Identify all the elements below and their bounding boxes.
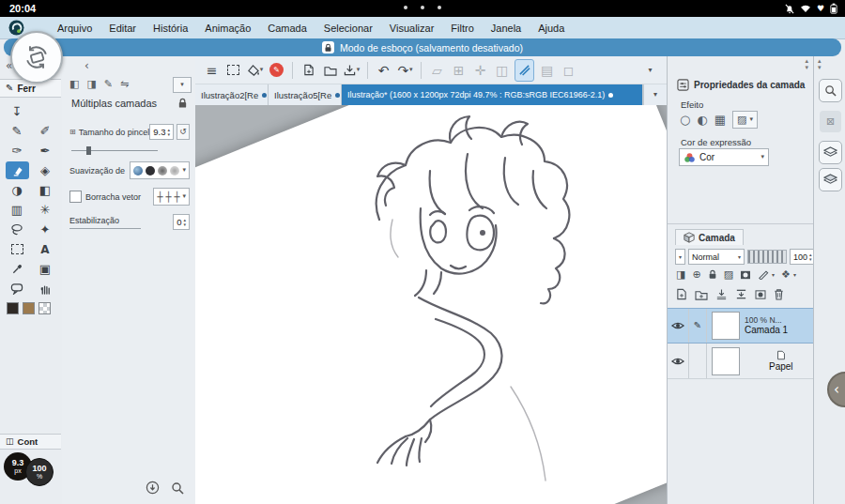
layer-settings-icon[interactable]: ❖	[781, 269, 791, 280]
menu-arquivo[interactable]: Arquivo	[49, 23, 100, 34]
main-color-swatch[interactable]	[7, 302, 19, 314]
layer-thumbnail[interactable]	[712, 347, 740, 375]
smoothing-dropdown[interactable]: ▾	[130, 161, 190, 179]
redo-button[interactable]: ↷ ▾	[396, 60, 414, 81]
delete-layer-icon[interactable]	[774, 288, 784, 300]
tool-selection[interactable]	[6, 240, 29, 258]
strip-scroll-chevrons[interactable]: ▴ ▾	[818, 58, 822, 71]
panel-view-icon[interactable]: ◧	[69, 79, 79, 89]
sub-color-swatch[interactable]	[23, 302, 35, 314]
tool-operation[interactable]: ↧	[6, 102, 29, 120]
tool-decoration[interactable]: ✳	[34, 201, 57, 219]
new-layer-icon[interactable]	[676, 288, 687, 300]
tool-frame[interactable]: ▣	[34, 260, 57, 278]
brush-size-stepper[interactable]: 9.3 ▴▾	[149, 124, 174, 140]
tool-text[interactable]: A	[34, 240, 57, 258]
document-tab-active[interactable]: Ilustração* (1600 x 1200px 72dpi 49.7% :…	[342, 84, 643, 105]
layer-visibility-toggle[interactable]	[668, 344, 689, 378]
vector-eraser-mode-dropdown[interactable]: ┼ ┼ ┼ ▾	[153, 188, 190, 206]
tool-pencil[interactable]: ✎	[6, 122, 29, 140]
clip-to-layer-icon[interactable]: ◨	[676, 269, 685, 280]
panel-scroll-chevrons[interactable]: ▴ ▾	[805, 58, 808, 71]
stabilization-stepper[interactable]: 0 ▴▾	[173, 214, 190, 230]
command-bar-menu-button[interactable]: ▾	[641, 60, 659, 81]
layer-visibility-toggle[interactable]	[668, 309, 689, 343]
border-effect-icon[interactable]: ○	[680, 114, 690, 126]
main-menu-button[interactable]: ≡	[203, 60, 221, 81]
tool-gradient[interactable]: ▥	[6, 201, 29, 219]
tool-eraser-selected[interactable]	[6, 161, 29, 179]
lock-layer-icon[interactable]	[708, 269, 717, 280]
collapse-property-panel-button[interactable]: ‹	[84, 60, 89, 71]
tool-marker[interactable]: ✒	[34, 142, 57, 160]
lock-alpha-icon[interactable]: ▨	[724, 269, 733, 280]
canvas-viewport[interactable]	[195, 105, 667, 504]
menu-janela[interactable]: Janela	[483, 23, 530, 34]
draw-on-layer-icon[interactable]: ⊕	[692, 269, 700, 280]
apply-mask-icon[interactable]	[755, 290, 766, 299]
tool-pen[interactable]: ✑	[6, 142, 29, 160]
layer-property-palette-button[interactable]	[819, 168, 842, 191]
panel-view-alt-icon[interactable]: ◨	[86, 79, 96, 89]
tool-airbrush[interactable]: ✐	[34, 122, 57, 140]
tab-list-button[interactable]: ▾	[643, 84, 667, 105]
rotate-canvas-button[interactable]	[10, 31, 63, 84]
layer-row-papel[interactable]: Papel	[668, 344, 814, 379]
tool-fill[interactable]: ◧	[34, 181, 57, 199]
fill-command-button[interactable]: ▾	[246, 60, 264, 81]
layer-row-camada1[interactable]: ✎ 100 % N... Camada 1	[668, 308, 814, 344]
tool-eyedropper[interactable]	[6, 260, 29, 278]
blend-mode-dropdown[interactable]: Normal ▾	[688, 249, 745, 265]
layer-opacity-stepper[interactable]: 100 ▴▾	[790, 249, 816, 265]
reset-value-button[interactable]: ↺	[177, 124, 190, 140]
slider-handle[interactable]	[86, 146, 91, 155]
property-panel-menu-button[interactable]: ▾	[173, 77, 192, 93]
expression-color-dropdown[interactable]: Cor ▾	[679, 148, 769, 166]
transfer-down-icon[interactable]	[715, 288, 728, 300]
step-down-icon[interactable]: ▾	[809, 257, 812, 262]
selection-launcher-button[interactable]	[224, 60, 242, 81]
snap-to-ruler-button-active[interactable]	[515, 59, 534, 82]
menu-filtro[interactable]: Filtro	[442, 23, 482, 34]
open-file-button[interactable]	[321, 60, 339, 81]
tool-balloon[interactable]	[6, 280, 29, 298]
opacity-badge[interactable]: 100 %	[25, 458, 54, 486]
merge-down-icon[interactable]	[735, 288, 747, 300]
document-tab[interactable]: Ilustração2[Re	[195, 84, 269, 105]
step-down-icon[interactable]: ▾	[183, 222, 186, 227]
new-folder-icon[interactable]	[695, 289, 708, 300]
layer-thumbnail[interactable]	[712, 312, 740, 340]
effect-pattern-dropdown[interactable]: ▨ ▾	[732, 111, 758, 129]
document-tab[interactable]: Ilustração5[Re	[269, 84, 342, 105]
menu-ajuda[interactable]: Ajuda	[530, 23, 573, 34]
controls-tab[interactable]: ◫ Cont	[0, 434, 61, 450]
menu-visualizar[interactable]: Visualizar	[381, 23, 443, 34]
layer-opacity-slider[interactable]	[747, 250, 787, 264]
screen-effect-icon[interactable]: ▦	[714, 114, 726, 126]
tool-hand[interactable]	[34, 280, 57, 298]
enable-mask-icon[interactable]	[740, 270, 751, 280]
ruler-icon[interactable]	[758, 269, 769, 280]
tool-eraser-soft[interactable]: ◈	[34, 161, 57, 179]
menu-historia[interactable]: História	[145, 23, 196, 34]
lock-settings-icon[interactable]	[177, 98, 188, 109]
step-down-icon[interactable]: ▾	[167, 132, 170, 137]
save-button[interactable]: ▾	[343, 60, 361, 81]
tool-wand[interactable]: ✦	[34, 221, 57, 238]
menu-selecionar[interactable]: Selecionar	[315, 23, 381, 34]
tool-lasso[interactable]	[6, 221, 29, 238]
tone-effect-icon[interactable]: ◐	[697, 114, 707, 126]
tool-blend[interactable]: ◑	[6, 181, 29, 199]
menu-editar[interactable]: Editar	[100, 23, 145, 34]
new-canvas-button[interactable]	[300, 60, 317, 81]
vector-eraser-checkbox[interactable]	[69, 191, 82, 203]
undo-button[interactable]: ↶	[375, 60, 392, 81]
menu-animacao[interactable]: Animação	[196, 23, 259, 34]
transparent-color-swatch[interactable]	[38, 302, 51, 314]
brush-size-option-icon[interactable]: ⊞	[69, 129, 76, 136]
layers-palette-button[interactable]	[819, 141, 842, 164]
edit-subtool-icon[interactable]: ✎	[104, 79, 113, 89]
search-palette-button[interactable]	[819, 79, 842, 102]
search-settings-icon[interactable]	[171, 481, 184, 495]
palette-color-dropdown[interactable]: ▾	[675, 249, 685, 265]
